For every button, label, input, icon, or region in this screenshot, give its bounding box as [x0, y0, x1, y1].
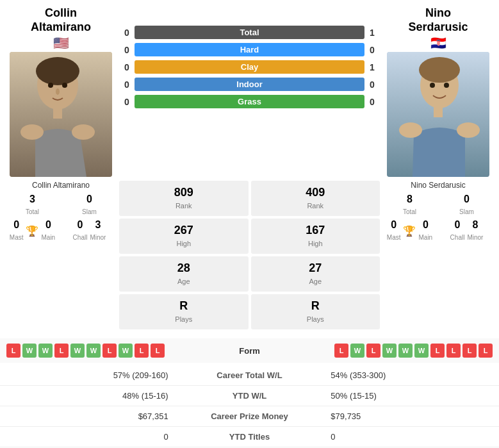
- right-total-val: 8: [384, 194, 436, 205]
- svg-point-17: [399, 122, 422, 138]
- left-chall-lbl: Chall: [73, 234, 88, 241]
- right-form-badge-1: L: [334, 344, 348, 358]
- right-main-val: 0: [418, 219, 432, 231]
- left-player-name-below: Collin Altamirano: [6, 181, 115, 190]
- right-slam-val: 0: [441, 194, 493, 205]
- match-left-indoor: 0: [119, 79, 135, 90]
- match-label-grass[interactable]: Grass: [135, 95, 364, 108]
- left-stat-challminor: 0 Chall 3 Minor: [63, 219, 115, 242]
- left-form-badge-6: W: [86, 344, 101, 358]
- left-player-stats: Collin Altamirano 3 Total 0 Slam 0 Mast …: [6, 181, 115, 329]
- right-chall-val: 0: [450, 219, 465, 231]
- left-plays-value: R: [127, 299, 241, 313]
- match-label-indoor[interactable]: Indoor: [135, 78, 364, 91]
- left-minor-lbl: Minor: [90, 234, 106, 241]
- right-form-badge-3: L: [366, 344, 380, 358]
- left-stat-mast: 0 Mast 🏆 0 Main: [6, 219, 58, 242]
- left-player-name-line1: Collin: [45, 6, 77, 19]
- right-minor-val: 8: [467, 219, 483, 231]
- left-rank-label: Rank: [176, 202, 192, 210]
- left-form-badge-7: L: [102, 344, 117, 358]
- right-plays-label: Plays: [307, 315, 324, 323]
- match-right-clay: 1: [364, 62, 380, 72]
- right-trophy-icon: 🏆: [403, 225, 416, 237]
- svg-point-9: [72, 124, 95, 140]
- career-total-wl-row: 57% (209-160) Career Total W/L 54% (353-…: [0, 365, 499, 386]
- match-right-hard: 0: [364, 45, 380, 55]
- prize-money-left: $67,351: [0, 406, 175, 427]
- right-plays-box: R Plays: [251, 294, 380, 329]
- match-label-hard[interactable]: Hard: [135, 43, 364, 56]
- right-chall-lbl: Chall: [450, 234, 465, 241]
- right-player-stats: Nino Serdarusic 8 Total 0 Slam 0 Mast 🏆: [384, 181, 493, 329]
- player-detail-stats-row: Collin Altamirano 3 Total 0 Slam 0 Mast …: [0, 177, 499, 333]
- left-chall-val: 0: [73, 219, 88, 231]
- right-stat-total: 8 Total: [384, 194, 436, 217]
- right-form-badge-7: L: [430, 344, 445, 358]
- match-label-clay[interactable]: Clay: [135, 60, 364, 74]
- left-stats-grid: 3 Total 0 Slam 0 Mast 🏆 0 Main: [6, 194, 115, 242]
- left-stat-slam: 0 Slam: [63, 194, 115, 217]
- match-label-total[interactable]: Total: [135, 26, 364, 39]
- career-total-wl-left: 57% (209-160): [0, 365, 175, 386]
- left-total-lbl: Total: [26, 208, 39, 215]
- svg-rect-16: [434, 106, 443, 117]
- right-mast-lbl: Mast: [387, 234, 401, 241]
- right-form-badge-6: W: [414, 344, 429, 358]
- left-rank-value: 809: [127, 186, 241, 199]
- rank-high-row: 809 Rank 409 Rank: [119, 181, 380, 216]
- left-age-value: 28: [127, 261, 241, 275]
- left-plays-box: R Plays: [119, 294, 249, 329]
- ytd-titles-right: 0: [324, 427, 499, 447]
- prize-money-row: $67,351 Career Prize Money $79,735: [0, 406, 499, 427]
- right-high-box: 167 High: [251, 219, 380, 254]
- match-row-indoor: 0 Indoor 0: [119, 78, 380, 91]
- left-slam-val: 0: [63, 194, 115, 205]
- career-total-wl-center: Career Total W/L: [175, 365, 325, 386]
- match-row-grass: 0 Grass 0: [119, 95, 380, 108]
- right-player-name-line1: Nino: [425, 6, 451, 19]
- svg-point-13: [419, 57, 460, 83]
- left-form-badge-10: L: [151, 344, 165, 358]
- left-form-badge-8: W: [119, 344, 133, 358]
- right-stats-grid: 8 Total 0 Slam 0 Mast 🏆 0 Main: [384, 194, 493, 242]
- left-age-label: Age: [177, 278, 190, 285]
- left-player-flag: 🇺🇸: [6, 35, 115, 51]
- form-badges-left: L W W L W W L W L L: [6, 344, 215, 358]
- main-container: Collin Altamirano 🇺🇸: [0, 0, 499, 447]
- right-form-badge-5: W: [398, 344, 413, 358]
- ytd-titles-left: 0: [0, 427, 175, 447]
- svg-point-8: [20, 124, 44, 140]
- right-form-badge-10: L: [479, 344, 493, 358]
- left-form-badge-4: L: [54, 344, 69, 358]
- center-stats-boxes: 809 Rank 409 Rank 267 High 167 High: [119, 181, 380, 329]
- match-row-clay: 0 Clay 1: [119, 60, 380, 74]
- ytd-wl-right: 50% (15-15): [324, 386, 499, 406]
- career-stats-table: 57% (209-160) Career Total W/L 54% (353-…: [0, 365, 499, 447]
- right-rank-label: Rank: [307, 202, 323, 210]
- left-plays-label: Plays: [175, 315, 192, 323]
- match-left-hard: 0: [119, 45, 135, 55]
- match-row-total: 0 Total 1: [119, 26, 380, 39]
- right-stat-slam: 0 Slam: [441, 194, 493, 217]
- right-rank-box: 409 Rank: [251, 181, 380, 216]
- age-row: 28 Age 27 Age: [119, 256, 380, 292]
- match-right-total: 1: [364, 28, 380, 38]
- left-form-badge-2: W: [22, 344, 37, 358]
- left-main-val: 0: [41, 219, 55, 231]
- right-player-name-line2: Serdarusic: [408, 21, 468, 33]
- ytd-wl-row: 48% (15-16) YTD W/L 50% (15-15): [0, 386, 499, 406]
- prize-money-center: Career Prize Money: [175, 406, 325, 427]
- svg-point-3: [36, 57, 79, 85]
- right-player-name-header: Nino Serdarusic: [384, 6, 493, 34]
- match-right-grass: 0: [364, 97, 380, 107]
- right-rank-value: 409: [259, 186, 373, 199]
- left-stat-total: 3 Total: [6, 194, 58, 217]
- right-age-box: 27 Age: [251, 256, 380, 292]
- left-rank-box: 809 Rank: [119, 181, 249, 216]
- form-section: L W W L W W L W L L Form L W L W W W L L…: [0, 338, 499, 363]
- svg-point-14: [430, 83, 435, 88]
- left-player-column: Collin Altamirano 🇺🇸: [6, 6, 115, 177]
- match-left-total: 0: [119, 28, 135, 38]
- left-total-val: 3: [6, 194, 58, 205]
